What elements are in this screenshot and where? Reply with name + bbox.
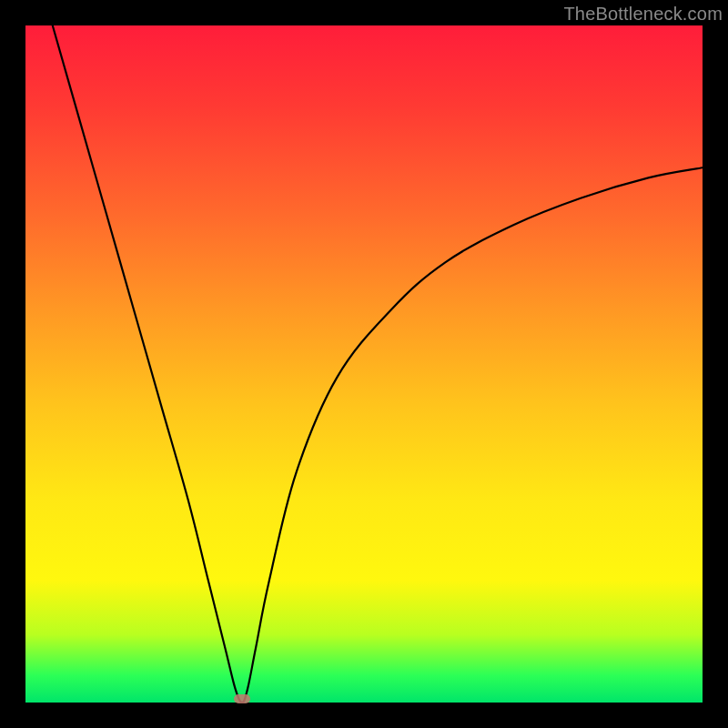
- bottleneck-curve: [25, 25, 703, 703]
- watermark-text: TheBottleneck.com: [563, 4, 723, 25]
- optimal-point-marker: [234, 694, 250, 703]
- chart-frame: TheBottleneck.com: [0, 0, 728, 728]
- chart-plot-area: [25, 25, 703, 703]
